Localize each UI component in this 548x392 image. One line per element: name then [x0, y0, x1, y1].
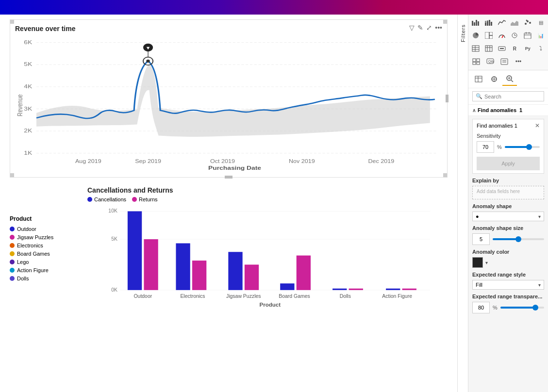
apply-btn[interactable]: Apply — [477, 157, 540, 170]
find-anomalies-header[interactable]: ∧ Find anomalies 1 — [468, 105, 548, 116]
btn-analytics[interactable] — [502, 72, 517, 86]
filter-icon[interactable]: ▽ — [409, 24, 415, 32]
color-arrow[interactable]: ▾ — [485, 260, 488, 265]
expand-icon[interactable]: ⤢ — [426, 24, 432, 32]
product-legend: Product Outdoor Jigsaw Puzzles Electroni… — [10, 186, 83, 314]
legend-returns: Returns — [132, 196, 158, 202]
icon-treemap[interactable] — [482, 29, 495, 42]
explain-by-placeholder: Add data fields here — [477, 189, 520, 194]
explain-by-box[interactable]: Add data fields here — [472, 186, 544, 199]
legend-cancellations: Cancellations — [87, 196, 126, 202]
find-anomalies-card: Find anomalies 1 ✕ Sensitivity % Apply — [472, 119, 544, 174]
handle-tr[interactable] — [443, 20, 447, 24]
anomaly-size-row — [472, 233, 544, 245]
search-box[interactable]: 🔍 — [472, 91, 544, 101]
filters-sidebar[interactable]: Filters — [457, 15, 468, 392]
bar-jigsaw-cancellations[interactable] — [228, 252, 242, 290]
icon-pie[interactable] — [469, 29, 482, 42]
anomaly-shape-dropdown[interactable]: ● ▾ — [472, 212, 544, 221]
legend-item-electronics: Electronics — [10, 243, 83, 248]
bar-boardgames-returns[interactable] — [297, 256, 311, 290]
icon-clock[interactable] — [508, 29, 521, 42]
icon-card[interactable] — [496, 42, 508, 55]
svg-text:10K: 10K — [108, 208, 117, 213]
icon-line-chart[interactable] — [496, 16, 508, 29]
anomaly-size-input[interactable] — [472, 233, 490, 245]
handle-bottom-mid[interactable] — [225, 176, 232, 179]
chevron-icon: ∧ — [472, 108, 476, 113]
icon-table[interactable] — [469, 42, 482, 55]
transparency-thumb[interactable] — [532, 305, 538, 310]
icon-more-options[interactable]: ••• — [512, 55, 525, 68]
bar-boardgames-cancellations[interactable] — [280, 283, 294, 290]
handle-right-mid[interactable] — [446, 95, 448, 102]
close-card-btn[interactable]: ✕ — [535, 122, 540, 129]
anomaly-shape-label: Anomaly shape — [472, 203, 544, 209]
bar-dolls-returns[interactable] — [349, 289, 363, 290]
icon-bar-chart[interactable] — [469, 16, 482, 29]
handle-br[interactable] — [443, 173, 447, 177]
sensitivity-row: % — [477, 141, 540, 153]
svg-text:0K: 0K — [111, 287, 117, 293]
search-input[interactable] — [484, 94, 541, 99]
bar-actionfigure-returns[interactable] — [402, 289, 416, 290]
transparency-input[interactable] — [472, 302, 490, 313]
btn-format[interactable] — [487, 72, 501, 86]
legend-label-jigsaw: Jigsaw Puzzles — [17, 234, 53, 240]
svg-text:5K: 5K — [24, 61, 32, 67]
icon-gauge[interactable] — [496, 29, 508, 42]
handle-bl[interactable] — [10, 173, 14, 177]
bar-outdoor-cancellations[interactable] — [128, 211, 142, 290]
anomaly-color-swatch[interactable] — [472, 257, 483, 268]
svg-text:Q&A: Q&A — [488, 60, 494, 64]
edit-icon[interactable]: ✎ — [417, 24, 423, 32]
legend-item-actionfigure: Action Figure — [10, 267, 83, 273]
legend-item-boardgames: Board Games — [10, 251, 83, 257]
icon-decomp[interactable]: ⤵ — [534, 42, 547, 55]
icon-python[interactable]: Py — [521, 42, 534, 55]
svg-rect-37 — [472, 21, 473, 26]
anomaly-color-row: ▾ — [472, 257, 544, 268]
icon-paginate[interactable] — [498, 55, 511, 68]
filters-text[interactable]: Filters — [460, 24, 466, 42]
sensitivity-input[interactable] — [477, 141, 494, 153]
handle-tl[interactable] — [10, 20, 14, 24]
slider-thumb[interactable] — [526, 144, 532, 150]
icon-more-charts[interactable]: ▤ — [534, 16, 547, 29]
icon-stacked-chart[interactable] — [482, 16, 495, 29]
btn-table-view[interactable] — [471, 72, 486, 86]
icon-matrix[interactable] — [482, 42, 495, 55]
find-anomalies-panel: Find anomalies 1 ✕ Sensitivity % Apply E… — [468, 116, 548, 392]
bar-actionfigure-cancellations[interactable] — [386, 289, 400, 290]
svg-text:5K: 5K — [111, 236, 117, 242]
icon-scatter[interactable] — [521, 16, 534, 29]
svg-rect-52 — [485, 32, 489, 39]
svg-text:6K: 6K — [24, 39, 32, 46]
analytics-icon-row — [468, 70, 548, 88]
svg-point-14 — [146, 60, 150, 63]
more-icon[interactable]: ••• — [435, 24, 442, 32]
icon-grid-visual[interactable] — [469, 55, 483, 68]
icon-row-3: R Py ⤵ — [469, 42, 547, 55]
card-header: Find anomalies 1 ✕ — [477, 122, 540, 129]
anomaly-size-thumb[interactable] — [515, 236, 521, 242]
svg-rect-54 — [489, 35, 493, 39]
bar-jigsaw-returns[interactable] — [245, 264, 259, 290]
expected-range-style-arrow: ▾ — [538, 282, 541, 288]
bar-outdoor-returns[interactable] — [144, 239, 158, 290]
icon-r-script[interactable]: R — [508, 42, 521, 55]
icon-kpi[interactable]: 📊 — [534, 29, 547, 42]
transparency-row: % — [472, 302, 544, 313]
expected-range-style-dropdown[interactable]: Fill ▾ — [472, 280, 544, 290]
svg-text:▼: ▼ — [145, 46, 150, 50]
icon-area-chart[interactable] — [508, 16, 521, 29]
slider-fill — [505, 146, 530, 148]
bar-dolls-cancellations[interactable] — [332, 289, 347, 290]
bar-electronics-returns[interactable] — [192, 261, 206, 290]
bar-electronics-cancellations[interactable] — [176, 243, 190, 290]
icon-qa[interactable]: Q&A — [483, 55, 497, 68]
legend-dot-dolls — [10, 276, 15, 281]
icon-calendar[interactable] — [521, 29, 534, 42]
expected-range-transparency-label: Expected range transpare... — [472, 294, 544, 299]
svg-rect-38 — [474, 22, 475, 26]
